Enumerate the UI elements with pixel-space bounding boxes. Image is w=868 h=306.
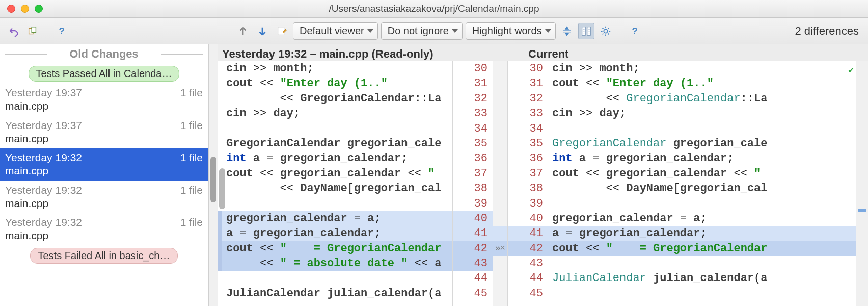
undo-icon[interactable] [5, 23, 21, 39]
edit-source-icon[interactable] [274, 23, 290, 39]
line-number: 40 [453, 211, 493, 226]
right-line-gutter: 30313233343536373839404142434445 [507, 61, 548, 306]
code-line[interactable] [222, 196, 452, 211]
line-number: 41 [453, 226, 493, 241]
code-line[interactable] [222, 271, 452, 286]
svg-point-6 [604, 29, 607, 33]
history-filecount: 1 file [180, 184, 203, 197]
mid-strip-cell [493, 151, 507, 166]
window-title: /Users/anastasiakazakova/prj/Calendar/ma… [0, 3, 868, 14]
ignore-dropdown[interactable]: Do not ignore [381, 22, 463, 40]
code-line[interactable]: << DayName[gregorian_cal [222, 181, 452, 196]
history-timestamp: Yesterday 19:37 [5, 119, 82, 132]
code-line[interactable]: GregorianCalendar gregorian_cale [548, 136, 856, 151]
svg-text:?: ? [59, 26, 65, 36]
line-number: 41 [508, 226, 548, 241]
code-line[interactable] [548, 256, 856, 271]
code-line[interactable]: cout << gregorian_calendar << " [548, 166, 856, 181]
code-line[interactable]: << GregorianCalendar::La [222, 91, 452, 106]
diff-left-header: Yesterday 19:32 – main.cpp (Read-only) [218, 47, 526, 61]
tests-passed-pill[interactable]: Tests Passed All in Calenda… [29, 66, 180, 82]
code-line[interactable]: << GregorianCalendar::La [548, 91, 856, 106]
code-line[interactable]: int a = gregorian_calendar; [548, 151, 856, 166]
titlebar: /Users/anastasiakazakova/prj/Calendar/ma… [0, 0, 868, 18]
code-line[interactable]: a = gregorian_calendar; [548, 226, 856, 241]
history-filename: main.cpp [5, 99, 203, 113]
copy-to-other-icon[interactable] [24, 23, 41, 39]
code-line[interactable] [548, 121, 856, 136]
code-line[interactable]: << DayName[gregorian_cal [548, 181, 856, 196]
highlight-dropdown[interactable]: Highlight words [466, 22, 556, 40]
mid-strip-cell [493, 121, 507, 136]
line-number: 33 [453, 106, 493, 121]
code-line[interactable]: cout << "Enter day (1.." [222, 76, 452, 91]
highlight-label: Highlight words [472, 25, 542, 37]
history-filename: main.cpp [5, 197, 203, 210]
diff-body[interactable]: cin >> month;cout << "Enter day (1.." <<… [218, 61, 868, 306]
code-line[interactable]: << " = absolute date " << a [222, 256, 452, 271]
left-code-pane[interactable]: cin >> month;cout << "Enter day (1.." <<… [218, 61, 452, 306]
help-icon-right[interactable]: ? [627, 23, 643, 39]
line-number: 35 [453, 136, 493, 151]
code-line[interactable]: gregorian_calendar = a; [222, 211, 452, 226]
right-code-pane[interactable]: ✔ cin >> month;cout << "Enter day (1.." … [548, 61, 856, 306]
discard-diff-icon[interactable]: × [500, 241, 505, 256]
mid-strip-cell [493, 286, 507, 301]
code-line[interactable]: a = gregorian_calendar; [222, 226, 452, 241]
code-line[interactable]: JulianCalendar julian_calendar(a [222, 286, 452, 301]
sidebar-scrollbar[interactable] [208, 44, 218, 306]
line-number: 40 [508, 211, 548, 226]
line-number: 32 [453, 91, 493, 106]
diff-mid-strip: »× [493, 61, 507, 306]
minimize-window-icon[interactable] [21, 5, 29, 13]
code-line[interactable]: cout << " = GregorianCalendar [222, 241, 452, 256]
diff-headers: Yesterday 19:32 – main.cpp (Read-only) C… [218, 44, 868, 61]
code-line[interactable]: cout << gregorian_calendar << " [222, 166, 452, 181]
line-number: 34 [453, 121, 493, 136]
code-line[interactable]: cout << "Enter day (1.." [548, 76, 856, 91]
line-number: 39 [453, 196, 493, 211]
line-number: 31 [453, 76, 493, 91]
code-line[interactable]: gregorian_calendar = a; [548, 211, 856, 226]
code-line[interactable] [222, 121, 452, 136]
left-line-gutter: 30313233343536373839404142434445 [452, 61, 493, 306]
next-diff-icon[interactable] [254, 23, 270, 39]
history-item[interactable]: Yesterday 19:371 file main.cpp [0, 84, 208, 116]
code-line[interactable] [548, 196, 856, 211]
history-item-selected[interactable]: Yesterday 19:321 file main.cpp [0, 148, 208, 181]
ignore-label: Do not ignore [388, 25, 449, 37]
history-filename: main.cpp [5, 132, 203, 145]
right-marker-bar[interactable] [856, 61, 868, 306]
close-window-icon[interactable] [7, 5, 15, 13]
line-number: 35 [508, 136, 548, 151]
history-item[interactable]: Yesterday 19:321 file main.cpp [0, 213, 208, 246]
code-line[interactable]: cin >> month; [548, 61, 856, 76]
code-line[interactable]: JulianCalendar julian_calendar(a [548, 271, 856, 286]
collapse-unchanged-icon[interactable] [559, 23, 575, 39]
code-line[interactable]: cin >> day; [222, 106, 452, 121]
code-line[interactable]: cout << " = GregorianCalendar [548, 241, 856, 256]
code-line[interactable]: int a = gregorian_calendar; [222, 151, 452, 166]
code-line[interactable] [548, 286, 856, 301]
help-icon[interactable]: ? [53, 23, 70, 39]
line-number: 36 [508, 151, 548, 166]
code-line[interactable]: cin >> month; [222, 61, 452, 76]
zoom-window-icon[interactable] [35, 5, 43, 13]
history-item[interactable]: Yesterday 19:371 file main.cpp [0, 116, 208, 149]
viewer-dropdown[interactable]: Default viewer [293, 22, 378, 40]
prev-diff-icon[interactable] [235, 23, 251, 39]
history-timestamp: Yesterday 19:32 [5, 151, 82, 164]
line-number: 39 [508, 196, 548, 211]
settings-gear-icon[interactable] [598, 23, 614, 39]
code-line[interactable]: GregorianCalendar gregorian_cale [222, 136, 452, 151]
history-item[interactable]: Yesterday 19:321 file main.cpp [0, 181, 208, 214]
mid-strip-cell [493, 211, 507, 226]
mid-strip-cell [493, 61, 507, 76]
tests-failed-pill[interactable]: Tests Failed All in basic_ch… [30, 248, 177, 264]
line-number: 37 [508, 166, 548, 181]
mid-strip-cell [493, 76, 507, 91]
code-line[interactable]: cin >> day; [548, 106, 856, 121]
line-number: 44 [508, 271, 548, 286]
history-filecount: 1 file [180, 86, 203, 99]
sync-scroll-icon[interactable] [578, 23, 594, 39]
